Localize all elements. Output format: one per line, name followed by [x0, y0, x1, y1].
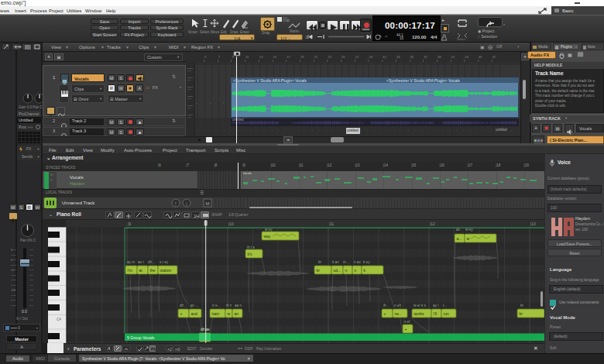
svg-text:|9: |9	[128, 222, 131, 226]
svg-text:tr e..: tr e..	[212, 304, 219, 307]
svg-text:an: an	[235, 311, 239, 316]
svg-text:run: run	[444, 311, 449, 316]
svg-text:dh ..: dh ..	[148, 260, 155, 264]
svg-text:w: w	[228, 311, 231, 316]
svg-text:ud...: ud...	[334, 268, 341, 273]
svg-text:br: br	[520, 311, 523, 316]
svg-text:n: n	[345, 268, 348, 273]
svg-text:M: M	[206, 201, 210, 206]
svg-text:w: w	[467, 236, 470, 241]
svg-text:ih z: ih z	[226, 304, 232, 307]
svg-text:C4: C4	[57, 318, 61, 321]
svg-text:n eh: n eh	[394, 304, 401, 307]
svg-text:I'm: I'm	[128, 268, 133, 273]
svg-text:↑: ↑	[174, 201, 177, 206]
svg-text:way: way	[264, 234, 271, 239]
svg-text:ay m: ay m	[127, 260, 135, 264]
svg-text:w ey: w ey	[265, 228, 273, 232]
svg-text:w er k s: w er k s	[414, 304, 427, 307]
svg-text:+: +	[405, 327, 407, 331]
svg-text:and: and	[191, 311, 198, 316]
svg-text:v el: v el	[404, 320, 410, 324]
svg-text:|10: |10	[228, 222, 234, 226]
svg-text:ae t: ae t	[138, 260, 144, 264]
svg-text:br: br	[317, 268, 321, 273]
svg-text:ih t s: ih t s	[247, 246, 255, 249]
svg-text:r...: r...	[443, 304, 447, 307]
svg-text:station: station	[160, 268, 172, 273]
svg-text:|13: |13	[530, 222, 536, 226]
svg-text:ax ...: ax ...	[190, 304, 198, 307]
svg-text:a...: a...	[457, 236, 462, 241]
svg-text:×2: ×2	[167, 347, 172, 352]
svg-text:ay l: ay l	[433, 304, 438, 307]
svg-text:5 Group Vocals: 5 Group Vocals	[127, 335, 155, 340]
svg-text:dh ax: dh ax	[201, 328, 210, 331]
svg-text:+: +	[384, 311, 386, 316]
svg-text:n: n	[355, 268, 357, 273]
svg-text:F5: F5	[151, 347, 156, 352]
svg-text:the: the	[150, 268, 156, 273]
svg-text:ne..: ne..	[395, 311, 401, 316]
svg-text:k ax: k ax	[332, 260, 339, 264]
svg-text:train: train	[212, 311, 220, 316]
svg-text:m ...: m ...	[343, 260, 350, 264]
svg-text:+: +	[180, 311, 183, 316]
svg-text:s t ey: s t ey	[160, 260, 169, 264]
svg-text:×9: ×9	[175, 347, 180, 352]
svg-text:w ey: w ey	[465, 228, 473, 232]
svg-text:k ey: k ey	[363, 260, 370, 264]
svg-text:dh ..: dh ..	[180, 304, 187, 307]
svg-text:I'll: I'll	[434, 311, 438, 316]
svg-text:ax: ax	[456, 228, 461, 232]
svg-text:at: at	[139, 268, 143, 273]
svg-text:n ax: n ax	[354, 260, 361, 264]
svg-text:br: br	[318, 260, 322, 264]
svg-text:1H: 1H	[194, 214, 200, 218]
svg-text:br: br	[520, 304, 524, 307]
svg-text:works: works	[414, 311, 425, 316]
svg-text:it's: it's	[248, 252, 252, 256]
svg-text:|12: |12	[430, 222, 435, 226]
svg-text:|11: |11	[329, 222, 335, 226]
svg-text:aa n: aa n	[235, 304, 242, 307]
svg-text:ih ..: ih ..	[383, 304, 389, 307]
svg-text:↓: ↓	[185, 201, 188, 206]
